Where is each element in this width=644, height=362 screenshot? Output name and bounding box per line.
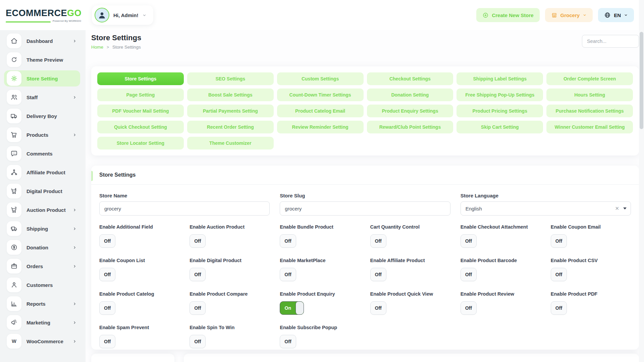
tab-donation-setting[interactable]: Donation Setting [367,88,453,101]
store-selector-button[interactable]: Grocery [545,8,593,22]
sidebar-item-donation[interactable]: Donation [4,239,80,255]
toggle-off-enable-coupon-list[interactable]: Off [99,268,115,281]
toggle-off-enable-product-pdf[interactable]: Off [551,301,567,315]
clear-selection-icon[interactable]: ✕ [611,205,623,212]
tab-review-reminder-setting[interactable]: Review Reminder Setting [277,121,364,133]
toggle-off-enable-spam-prevent[interactable]: Off [99,335,115,348]
tab-custom-settings[interactable]: Custom Settings [277,72,364,85]
tab-store-settings[interactable]: Store Settings [97,72,184,85]
toggle-off-enable-affiliate-product[interactable]: Off [370,268,386,281]
toggle-label: Enable MarketPlace [280,258,360,263]
tab-product-enquiry-settings[interactable]: Product Enquiry Settings [367,105,453,117]
sidebar-item-staff[interactable]: Staff [4,89,80,105]
toggle-group-enable-marketplace: Enable MarketPlaceOff [280,258,360,281]
sidebar-item-shipping[interactable]: Shipping [4,221,80,237]
sidebar-item-label: Marketing [26,320,72,325]
toggle-off-enable-product-csv[interactable]: Off [551,268,567,281]
truck-icon [7,109,21,123]
breadcrumb-separator: > [107,45,109,50]
tab-partial-payments-setting[interactable]: Partial Payments Setting [187,105,274,117]
store-name-input[interactable] [99,201,270,216]
toggle-on-enable-product-enquiry[interactable]: On [280,301,304,315]
sidebar-item-customers[interactable]: Customers [4,277,80,293]
dollar-circle-icon [7,240,21,255]
toggle-off-enable-subscribe-popup[interactable]: Off [280,335,296,348]
sidebar-item-comments[interactable]: Comments [4,145,80,162]
tab-store-locator-setting[interactable]: Store Locator Setting [97,137,184,149]
tab-product-catelog-email[interactable]: Product Catelog Email [277,105,364,117]
toggle-off-enable-product-catelog[interactable]: Off [99,301,115,315]
toggle-off-enable-coupon-email[interactable]: Off [551,234,567,248]
tab-order-complete-screen[interactable]: Order Complete Screen [546,72,633,85]
sidebar-item-label: Affiliate Product [26,170,77,175]
tab-boost-sale-settings[interactable]: Boost Sale Settings [187,88,274,101]
toggle-group-enable-product-enquiry: Enable Product EnquiryOn [280,291,360,315]
chevron-right-icon [72,302,77,306]
toggle-label: Enable Additional Field [99,224,179,230]
toggle-off-enable-auction-product[interactable]: Off [190,234,206,248]
tab-winner-customer-email-setting[interactable]: Winner Customer Email Setting [546,121,633,133]
sidebar-item-woocommerce[interactable]: WWooCommerce [4,333,80,349]
tab-skip-cart-setting[interactable]: Skip Cart Setting [457,121,543,133]
sidebar-item-label: Digital Product [26,188,77,194]
toggle-off-enable-bundle-product[interactable]: Off [280,234,296,248]
toggle-group-enable-bundle-product: Enable Bundle ProductOff [280,224,360,248]
tab-reward-club-point-settings[interactable]: Reward/Club Point Settings [367,121,453,133]
toggle-off-enable-checkout-attachment[interactable]: Off [461,234,477,248]
brand-underline-bar [6,21,51,22]
toggle-off-cart-quantity-control[interactable]: Off [370,234,386,248]
tab-pdf-voucher-mail-setting[interactable]: PDF Voucher Mail Setting [97,105,184,117]
sidebar-item-store-setting[interactable]: Store Setting [4,70,80,86]
sidebar-item-marketing[interactable]: Marketing [4,314,80,330]
sidebar-item-orders[interactable]: Orders [4,258,80,274]
sidebar: DashboardTheme PreviewStore SettingStaff… [0,30,86,362]
tab-page-setting[interactable]: Page Setting [97,88,184,101]
store-name-label: Store Name [99,193,270,198]
caret-down-icon [623,207,627,209]
tab-seo-settings[interactable]: SEO Settings [187,72,274,85]
topbar-actions: Create New Store Grocery [476,8,634,22]
sidebar-item-label: WooCommerce [26,339,72,344]
store-language-select[interactable]: English ✕ [461,201,631,216]
storefront-icon [551,12,557,18]
store-settings-card-body: Store Name Store Slug Store Language Eng… [91,185,639,350]
sidebar-item-dashboard[interactable]: Dashboard [4,33,80,49]
search-input[interactable] [582,35,639,48]
tab-count-down-timer-settings[interactable]: Count-Down Timer Settings [277,88,364,101]
toggle-off-enable-marketplace[interactable]: Off [280,268,296,281]
tab-hours-setting[interactable]: Hours Setting [546,88,633,101]
toggle-off-enable-product-quick-view[interactable]: Off [370,301,386,315]
tab-free-shipping-pop-up-settings[interactable]: Free Shipping Pop-Up Settings [457,88,543,101]
scrollbar[interactable] [639,0,644,362]
tab-quick-checkout-setting[interactable]: Quick Checkout Setting [97,121,184,133]
tab-theme-customizer[interactable]: Theme Customizer [187,137,274,149]
sidebar-item-auction-product[interactable]: Auction Product [4,202,80,218]
sidebar-item-affiliate-product[interactable]: Affiliate Product [4,164,80,180]
toggle-label: Enable Product Enquiry [280,291,360,297]
tab-product-pricing-settings[interactable]: Product Pricing Settings [457,105,543,117]
scrollbar-thumb[interactable] [640,32,643,129]
sidebar-item-delivery-boy[interactable]: Delivery Boy [4,108,80,124]
network-icon [7,165,21,180]
sidebar-item-products[interactable]: Products [4,127,80,143]
language-selector-button[interactable]: EN [598,8,634,22]
breadcrumb-home-link[interactable]: Home [91,45,103,50]
tab-recent-order-setting[interactable]: Recent Order Setting [187,121,274,133]
toggle-off-enable-additional-field[interactable]: Off [99,234,115,248]
toggle-off-enable-spin-to-win[interactable]: Off [190,335,206,348]
sidebar-item-theme-preview[interactable]: Theme Preview [4,52,80,68]
sidebar-item-digital-product[interactable]: Digital Product [4,183,80,199]
create-new-store-button[interactable]: Create New Store [476,8,539,22]
feature-toggles-grid: Enable Additional FieldOffEnable Auction… [99,224,631,348]
user-menu[interactable]: Hi, Admin! [92,5,153,25]
store-slug-input[interactable] [280,201,450,216]
tab-checkout-settings[interactable]: Checkout Settings [367,72,453,85]
tab-shipping-label-settings[interactable]: Shipping Label Settings [457,72,543,85]
sidebar-item-reports[interactable]: Reports [4,296,80,312]
toggle-off-enable-digital-product[interactable]: Off [190,268,206,281]
toggle-off-enable-product-compare[interactable]: Off [190,301,206,315]
tab-purchase-notification-settings[interactable]: Purchase Notification Settings [546,105,633,117]
toggle-label: Enable Product Quick View [370,291,450,297]
toggle-off-enable-product-barcode[interactable]: Off [461,268,477,281]
toggle-off-enable-product-review[interactable]: Off [461,301,477,315]
